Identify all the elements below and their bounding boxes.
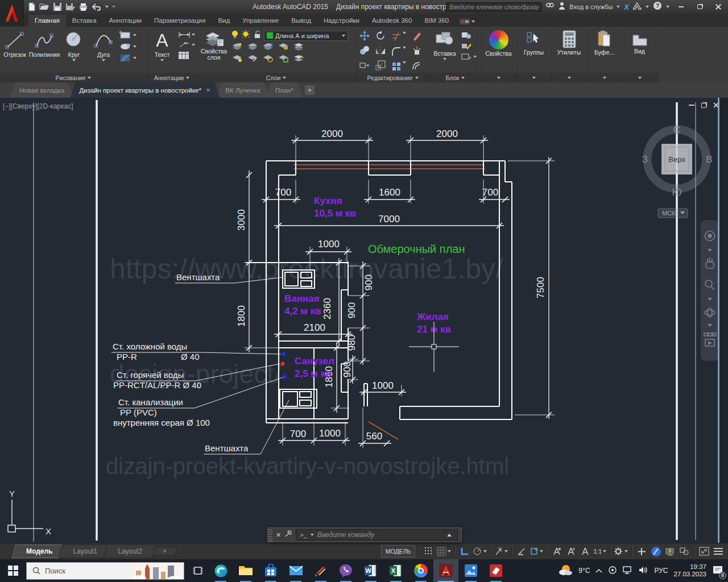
layer-thaw-icon[interactable] [242,30,250,41]
navigation-bar[interactable] [701,221,718,360]
clean-screen-icon[interactable] [635,545,648,558]
exchange-apps-icon[interactable]: X [624,3,629,11]
command-input[interactable]: >_ Введите команду [296,529,458,541]
panel-title-modify[interactable]: Редактирование [356,73,429,82]
doc-tab-active[interactable]: Дизайн проект квартиры в новостройке*✕ [70,82,220,98]
erase-icon[interactable] [412,31,422,43]
viewcube-east[interactable]: В [706,154,712,165]
tab-nadstroyki[interactable]: Надстройки [317,15,366,27]
doc-tab-new[interactable]: Новая вкладка [10,82,73,98]
tab-upravlenie[interactable]: Управление [236,15,285,27]
snap-grid-icon[interactable] [423,545,435,558]
viewcube-west[interactable]: З [642,154,648,165]
vp-minimize-icon[interactable] [689,105,694,106]
taskbar-app-photos[interactable] [458,559,483,582]
vent-shaft-blocks[interactable] [280,270,317,408]
viewcube-south[interactable]: Ю [672,187,681,198]
viewport-controls-label[interactable]: [−][Сверху][2D-каркас] [3,102,73,110]
tab-bim-360[interactable]: BIM 360 [418,15,455,27]
taskbar-app-viber[interactable] [333,559,358,582]
workspace-gear-icon[interactable] [614,545,628,558]
command-grip[interactable] [268,528,272,542]
layer-tool-icon[interactable] [278,55,288,65]
panel-title-block[interactable]: Блок [430,73,481,82]
panel-title-view[interactable] [622,73,657,82]
dimension-button[interactable] [178,31,195,39]
command-history-icon[interactable] [447,534,452,537]
offset-icon[interactable] [412,60,422,73]
fullscreen-icon[interactable] [698,545,710,558]
vp-restore-icon[interactable] [701,103,706,108]
start-button[interactable] [0,559,26,582]
help-icon[interactable]: ? [653,1,662,13]
fillet-icon[interactable] [391,47,406,57]
tab-autodesk-360[interactable]: Autodesk 360 [366,15,418,27]
doc-tab-vk[interactable]: ВК Лученка [216,82,269,98]
riser-points[interactable] [281,352,287,379]
viewcube-north[interactable]: С [673,124,680,135]
layer-tool-icon[interactable] [247,55,258,65]
groups-button[interactable]: Группы [519,27,549,56]
panel-title-annotate[interactable]: Аннотации [147,73,196,82]
graphics-performance-icon[interactable] [664,545,676,558]
tray-expand-icon[interactable] [595,567,602,575]
layer-tool-icon[interactable] [263,43,273,53]
block-attributes-button[interactable] [461,52,477,61]
revision-cloud-button[interactable] [119,42,136,51]
taskbar-app-word[interactable]: W [358,559,383,582]
array-icon[interactable] [391,61,406,72]
taskbar-app-paint3d[interactable] [308,559,333,582]
weather-icon[interactable] [558,564,573,578]
taskbar-app-sketchup[interactable] [483,559,508,582]
scale-icon[interactable] [375,60,386,73]
table-button[interactable] [178,51,195,60]
command-close-icon[interactable]: ✕ [272,531,284,539]
layer-tool-icon[interactable] [232,43,242,53]
network-icon[interactable] [623,566,633,576]
panel-title-groups[interactable] [516,73,551,82]
tab-parametrizaciya[interactable]: Параметризация [148,15,212,27]
model-space[interactable]: https://www.proektirovanie1.by/ design-p… [0,98,728,543]
task-view-button[interactable] [188,559,208,582]
signin-dropdown-icon[interactable] [617,6,620,8]
layer-tool-icon[interactable] [263,55,273,65]
layout-tab-2[interactable]: Layout2 [107,543,152,559]
autodesk-exchange-icon[interactable] [633,2,642,12]
explode-icon[interactable] [412,45,422,58]
taskbar-app-mail[interactable] [283,559,308,582]
insert-block-button[interactable]: Вставка [430,27,460,60]
drawing-canvas[interactable]: https://www.proektirovanie1.by/ design-p… [0,98,728,543]
taskbar-app-edge[interactable] [208,559,233,582]
layer-on-icon[interactable] [231,30,239,41]
panel-title-properties[interactable] [481,73,516,82]
layer-tool-icon[interactable] [247,43,258,53]
layer-tool-icon[interactable] [232,55,242,65]
exchange-dropdown-icon[interactable] [646,6,649,8]
annotation-autoscale-icon[interactable] [565,545,577,558]
arc-button[interactable]: Дуга [89,27,118,61]
notification-center-button[interactable]: 8 [712,565,723,577]
line-button[interactable]: Отрезок [0,27,30,58]
clock[interactable]: 19:37 27.03.2023 [673,563,706,578]
autocad-app-menu[interactable] [0,0,24,26]
help-dropdown-icon[interactable] [666,6,669,8]
ortho-mode-icon[interactable] [458,545,471,558]
osnap-tracking-icon[interactable] [515,545,528,558]
qat-customize-icon[interactable] [112,6,115,8]
taskbar-search-input[interactable]: Поиск [26,562,184,580]
layer-unlock-icon[interactable] [253,30,261,41]
utilities-button[interactable]: Утилиты [555,27,584,56]
clipboard-button[interactable]: Буфе... [590,27,619,56]
polar-tracking-icon[interactable] [473,545,487,558]
isometric-drafting-icon[interactable] [494,545,508,558]
tray-app-icon[interactable] [608,566,617,576]
restore-button[interactable] [692,2,707,11]
object-snap-icon[interactable] [530,545,543,558]
text-button[interactable]: А Текст [147,27,177,61]
move-icon[interactable] [359,31,370,43]
hatch-button[interactable] [119,53,136,63]
signin-label[interactable]: Вход в службы [569,3,613,10]
grid-display-icon[interactable] [437,545,451,558]
taskbar-app-chrome[interactable] [408,559,433,582]
tab-vid[interactable]: Вид [212,15,236,27]
